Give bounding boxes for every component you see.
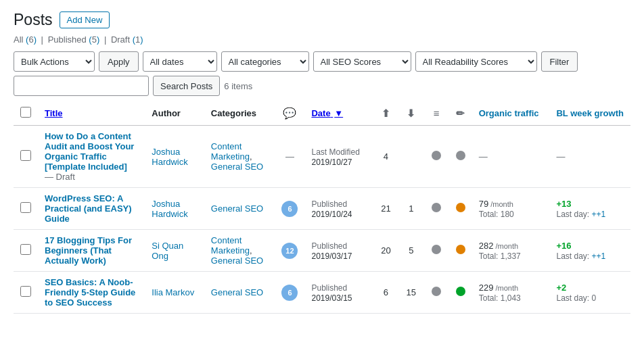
table-row: WordPress SEO: A Practical (and EASY) Gu… [14, 188, 630, 230]
edit-indicator-cell [449, 272, 472, 314]
bulk-actions-select[interactable]: Bulk Actions Edit Move to Trash [14, 51, 95, 72]
post-title-link[interactable]: SEO Basics: A Noob-Friendly 5-Step Guide… [45, 277, 135, 308]
bl-growth-cell: +13Last day: ++1 [549, 188, 630, 230]
readability-dot [432, 203, 441, 212]
edit-dot [456, 151, 465, 160]
row-checkbox[interactable] [20, 244, 31, 255]
links-in-cell: 15 [398, 272, 423, 314]
row-checkbox-cell [14, 230, 38, 272]
bl-growth-cell: +16Last day: ++1 [549, 230, 630, 272]
bl-growth-value: +16 [556, 241, 571, 251]
bl-growth-cell: +2Last day: 0 [549, 272, 630, 314]
category-link[interactable]: General SEO [211, 256, 263, 266]
post-title-link[interactable]: WordPress SEO: A Practical (and EASY) Gu… [45, 193, 132, 224]
all-posts-link[interactable]: All (6) [14, 34, 37, 45]
organic-traffic-value: 282 /monthTotal: 1,337 [479, 241, 543, 261]
post-author-cell: Joshua Hardwick [145, 126, 204, 188]
readability-column-header: ≡ [424, 101, 449, 126]
edit-indicator-cell [449, 188, 472, 230]
post-categories-cell: General SEO [204, 188, 275, 230]
links-in-value: 5 [409, 245, 413, 256]
date-value: 2019/10/27 [311, 158, 352, 167]
row-checkbox[interactable] [20, 150, 31, 161]
organic-traffic-cell: 282 /monthTotal: 1,337 [472, 230, 550, 272]
check-all-checkbox[interactable] [20, 107, 31, 118]
readability-cell [424, 272, 449, 314]
dates-filter-select[interactable]: All dates [143, 51, 217, 72]
date-value: 2019/03/17 [311, 251, 352, 261]
draft-posts-link[interactable]: Draft (1) [111, 34, 143, 45]
post-date-cell: Published2019/10/24 [304, 188, 373, 230]
seo-score-cell: 20 [373, 230, 398, 272]
post-title-link[interactable]: How to Do a Content Audit and Boost Your… [45, 131, 134, 172]
edit-dot [456, 287, 465, 296]
title-column-header[interactable]: Title [38, 101, 145, 126]
comment-bubble[interactable]: 12 [281, 243, 298, 259]
post-author-cell: Joshua Hardwick [145, 188, 204, 230]
organic-traffic-cell: 79 /monthTotal: 180 [472, 188, 550, 230]
row-checkbox[interactable] [20, 202, 31, 213]
readability-cell [424, 188, 449, 230]
apply-button[interactable]: Apply [99, 51, 139, 72]
row-checkbox-cell [14, 188, 38, 230]
category-link[interactable]: General SEO [211, 203, 263, 214]
links-in-column-header: ⬇ [398, 101, 423, 126]
bl-week-growth-column-header: BL week growth [549, 101, 630, 126]
comments-column-header: 💬 [275, 101, 304, 126]
search-input[interactable] [14, 76, 149, 96]
add-new-button[interactable]: Add New [60, 11, 110, 28]
post-title-link[interactable]: 17 Blogging Tips For Beginners (That Act… [45, 235, 132, 266]
author-column-header: Author [145, 101, 204, 126]
category-link[interactable]: Content Marketing [211, 235, 250, 256]
seo-score-value: 6 [384, 287, 388, 297]
edit-dot [456, 203, 465, 212]
tablenav-right: Search Posts 6 items [14, 76, 252, 96]
categories-filter-select[interactable]: All categories [221, 51, 309, 72]
bl-last-day: Last day: ++1 [556, 251, 605, 261]
organic-traffic-value: 229 /monthTotal: 1,043 [479, 283, 543, 303]
date-value: 2019/03/15 [311, 293, 352, 303]
seo-scores-filter-select[interactable]: All SEO Scores [313, 51, 411, 72]
bl-growth-value: +13 [556, 199, 571, 209]
post-comments-cell: 6 [275, 272, 304, 314]
edit-indicator-cell [449, 230, 472, 272]
table-row: How to Do a Content Audit and Boost Your… [14, 126, 630, 188]
date-column-header[interactable]: Date ▼ [304, 101, 373, 126]
seo-score-cell: 4 [373, 126, 398, 188]
organic-dash: — [479, 151, 488, 162]
title-sort-link[interactable]: Title [45, 108, 63, 118]
category-link[interactable]: General SEO [211, 287, 263, 297]
row-checkbox-cell [14, 126, 38, 188]
post-comments-cell: — [275, 126, 304, 188]
date-sort-link[interactable]: Date ▼ [311, 108, 343, 118]
table-row: 17 Blogging Tips For Beginners (That Act… [14, 230, 630, 272]
post-author-link[interactable]: Ilia Markov [152, 287, 194, 297]
category-link[interactable]: Content Marketing [211, 141, 250, 162]
links-in-cell: 5 [398, 230, 423, 272]
edit-indicator-cell [449, 126, 472, 188]
row-checkbox-cell [14, 272, 38, 314]
items-count: 6 items [224, 81, 252, 91]
posts-table: Title Author Categories 💬 Date ▼ ⬆ ⬇ ≡ [14, 101, 630, 314]
organic-traffic-cell: — [472, 126, 550, 188]
organic-traffic-cell: 229 /monthTotal: 1,043 [472, 272, 550, 314]
post-title-cell: 17 Blogging Tips For Beginners (That Act… [38, 230, 145, 272]
readability-filter-select[interactable]: All Readability Scores [415, 51, 537, 72]
comment-bubble[interactable]: 6 [281, 201, 298, 217]
search-posts-button[interactable]: Search Posts [153, 76, 220, 96]
links-in-value: 15 [407, 287, 416, 297]
date-status: Published [311, 199, 347, 209]
post-title-cell: How to Do a Content Audit and Boost Your… [38, 126, 145, 188]
post-categories-cell: Content Marketing,General SEO [204, 126, 275, 188]
post-author-link[interactable]: Joshua Hardwick [152, 199, 187, 219]
category-link[interactable]: General SEO [211, 162, 263, 172]
readability-dot [432, 151, 441, 160]
edit-column-header: ✏ [449, 101, 472, 126]
links-in-value: 1 [409, 203, 413, 214]
filter-button[interactable]: Filter [541, 51, 578, 72]
comment-bubble[interactable]: 6 [281, 285, 298, 301]
published-posts-link[interactable]: Published (5) [48, 34, 100, 45]
row-checkbox[interactable] [20, 286, 31, 297]
post-author-link[interactable]: Joshua Hardwick [152, 147, 187, 167]
post-author-link[interactable]: Si Quan Ong [152, 241, 183, 261]
